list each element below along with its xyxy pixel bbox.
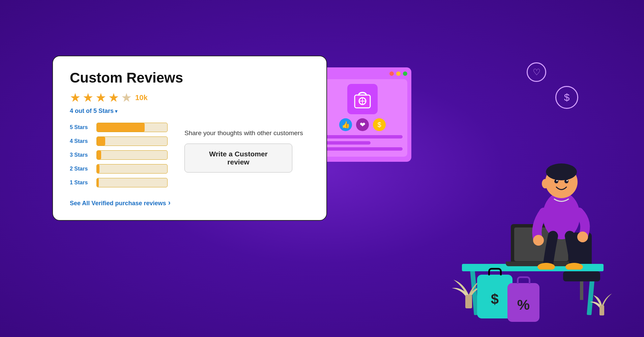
bar-fill-4 bbox=[97, 137, 105, 146]
svg-point-11 bbox=[542, 179, 549, 188]
svg-point-10 bbox=[566, 180, 568, 181]
browser-dot-yellow bbox=[396, 71, 401, 76]
bar-label-4[interactable]: 4 Stars bbox=[70, 138, 92, 144]
browser-dot-green bbox=[403, 71, 407, 76]
svg-point-12 bbox=[533, 235, 544, 246]
ratings-bars-section: 5 Stars 4 Stars 3 Stars bbox=[70, 123, 174, 192]
card-title: Custom Reviews bbox=[70, 70, 310, 86]
shopping-bag-icon bbox=[347, 84, 378, 114]
svg-point-13 bbox=[577, 232, 588, 242]
bag-percent-symbol: % bbox=[517, 297, 530, 313]
bag-handle-percent bbox=[517, 276, 530, 284]
bar-label-1[interactable]: 1 Stars bbox=[70, 180, 92, 186]
stars-row: ★ ★ ★ ★ ★ 10k bbox=[70, 91, 310, 105]
plant-right bbox=[587, 278, 617, 322]
svg-point-8 bbox=[564, 179, 568, 183]
review-card: Custom Reviews ★ ★ ★ ★ ★ 10k 4 out of 5 … bbox=[52, 56, 327, 221]
star-3: ★ bbox=[95, 91, 106, 105]
bar-row-5: 5 Stars bbox=[70, 123, 168, 132]
svg-point-7 bbox=[554, 179, 558, 183]
dollar-circle-icon: $ bbox=[373, 118, 386, 131]
svg-rect-16 bbox=[599, 305, 604, 315]
star-2: ★ bbox=[83, 91, 93, 105]
rating-summary[interactable]: 4 out of 5 Stars bbox=[70, 108, 310, 115]
browser-content: 👍 ❤ $ bbox=[318, 79, 407, 157]
bar-label-2[interactable]: 2 Stars bbox=[70, 166, 92, 172]
bar-track-5 bbox=[96, 123, 168, 132]
bar-label-3[interactable]: 3 Stars bbox=[70, 152, 92, 158]
browser-lines bbox=[322, 135, 403, 151]
bar-fill-2 bbox=[97, 164, 99, 173]
deco-dollar-icon: $ bbox=[555, 86, 578, 109]
share-text: Share your thoughts with other customers bbox=[184, 129, 310, 137]
star-1: ★ bbox=[70, 91, 81, 105]
svg-point-6 bbox=[546, 163, 577, 180]
bar-track-3 bbox=[96, 150, 168, 160]
ratings-bars: 5 Stars 4 Stars 3 Stars bbox=[70, 123, 168, 187]
right-col: Share your thoughts with other customers… bbox=[174, 123, 310, 192]
browser-titlebar bbox=[318, 71, 407, 76]
browser-window: 👍 ❤ $ bbox=[314, 67, 411, 162]
browser-dot-red bbox=[389, 71, 394, 76]
svg-point-15 bbox=[565, 263, 583, 270]
bar-fill-5 bbox=[97, 123, 145, 132]
bar-fill-3 bbox=[97, 151, 101, 159]
heart-icon: ❤ bbox=[356, 118, 369, 131]
svg-point-9 bbox=[556, 180, 558, 181]
chair-leg bbox=[580, 281, 583, 300]
person-illustration bbox=[518, 128, 605, 270]
bar-track-4 bbox=[96, 136, 168, 146]
write-review-button[interactable]: Write a Customer review bbox=[184, 144, 292, 173]
browser-line-2 bbox=[322, 141, 371, 145]
see-all-link[interactable]: See All Verified purchase reviews bbox=[70, 198, 171, 207]
shopping-bag-percent: % bbox=[507, 283, 539, 322]
bar-track-1 bbox=[96, 178, 168, 187]
bar-row-3: 3 Stars bbox=[70, 150, 168, 160]
thumbs-up-icon: 👍 bbox=[339, 118, 352, 131]
svg-point-4 bbox=[543, 192, 580, 239]
bar-row-2: 2 Stars bbox=[70, 164, 168, 174]
star-5-empty: ★ bbox=[121, 91, 132, 105]
browser-line-1 bbox=[322, 135, 403, 139]
browser-action-icons: 👍 ❤ $ bbox=[339, 118, 386, 131]
bag-dollar-symbol: $ bbox=[491, 291, 499, 307]
deco-heart-icon: ♡ bbox=[527, 62, 546, 82]
bar-row-1: 1 Stars bbox=[70, 178, 168, 187]
bar-row-4: 4 Stars bbox=[70, 136, 168, 146]
bar-track-2 bbox=[96, 164, 168, 174]
svg-rect-17 bbox=[465, 295, 472, 308]
browser-line-3 bbox=[322, 147, 403, 151]
bar-label-5[interactable]: 5 Stars bbox=[70, 124, 92, 130]
bag-handle-dollar bbox=[488, 268, 502, 275]
review-count: 10k bbox=[135, 93, 148, 102]
bar-fill-1 bbox=[97, 178, 99, 187]
star-4: ★ bbox=[108, 91, 119, 105]
